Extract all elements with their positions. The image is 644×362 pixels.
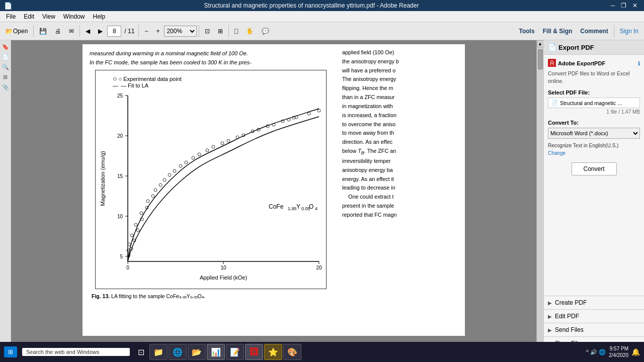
menu-edit[interactable]: Edit <box>20 12 38 21</box>
markup-button[interactable]: 💬 <box>258 24 273 38</box>
menu-window[interactable]: Window <box>59 12 89 21</box>
svg-point-48 <box>173 169 176 172</box>
tools-button[interactable]: Tools <box>516 24 538 38</box>
next-page-button[interactable]: ▶ <box>95 24 106 38</box>
accordion-send-files[interactable]: ▶ Send Files <box>544 323 644 336</box>
legend-item-2: — — Fit to LA <box>113 82 324 88</box>
svg-point-50 <box>154 189 157 192</box>
svg-text:10: 10 <box>117 214 123 219</box>
taskbar-explorer[interactable]: 📁 <box>149 344 168 360</box>
taskbar-files[interactable]: 📂 <box>188 344 206 360</box>
comment-button[interactable]: Comment <box>577 24 611 38</box>
svg-point-52 <box>140 212 143 215</box>
task-view-button[interactable]: ⊡ <box>135 345 147 359</box>
time-display: 9:57 PM <box>609 345 628 352</box>
adobe-pdf-icon: 🅰 <box>548 59 556 68</box>
svg-point-45 <box>212 145 215 148</box>
pdf-left-column: measured during warming in a nominal mag… <box>83 44 339 336</box>
data-points <box>127 109 320 257</box>
circle-icon: ○ <box>113 74 117 82</box>
taskbar-paint[interactable]: 🎨 <box>283 344 301 360</box>
search-bar[interactable]: Search the web and Windows <box>19 347 133 357</box>
notification-icon[interactable]: 🔔 <box>631 348 640 356</box>
page-number-input[interactable] <box>107 26 121 37</box>
app-icon: 📄 <box>4 2 12 10</box>
convert-to-select[interactable]: Microsoft Word (*.docx) Microsoft Excel … <box>548 128 640 139</box>
right-col-text: applied field (100 Oe) the anisotropy en… <box>342 48 459 220</box>
svg-point-30 <box>206 149 209 152</box>
toolbar-separator <box>33 25 34 37</box>
taskbar-word[interactable]: 📝 <box>226 344 244 360</box>
svg-point-46 <box>198 153 201 156</box>
left-sidebar: 🔖 📄 🔍 ⊞ 📎 <box>0 40 11 350</box>
svg-point-54 <box>130 234 133 237</box>
taskbar-chrome[interactable]: 🌐 <box>169 344 187 360</box>
pinned-apps: 📁 🌐 📂 📊 📝 🅰 ⭐ 🎨 <box>149 344 301 360</box>
pdf-page: measured during warming in a nominal mag… <box>83 44 465 336</box>
window-controls: ─ ❐ ✕ <box>608 2 640 10</box>
zoom-in-button[interactable]: + <box>152 24 163 38</box>
comment-label: Comment <box>580 28 608 35</box>
print-button[interactable]: 🖨 <box>51 24 64 38</box>
accordion-create-pdf[interactable]: ▶ Create PDF <box>544 296 644 309</box>
export-pdf-icon: 📄 <box>548 43 556 51</box>
accordion-edit-pdf[interactable]: ▶ Edit PDF <box>544 309 644 323</box>
taskbar-excel[interactable]: 📊 <box>207 344 225 360</box>
pdf-right-column: applied field (100 Oe) the anisotropy en… <box>339 44 462 336</box>
adobe-desc: Convert PDF files to Word or Excel onlin… <box>548 70 640 84</box>
sign-in-button[interactable]: Sign In <box>616 24 642 38</box>
open-button[interactable]: 📂 Tools Open <box>2 24 31 38</box>
prev-page-button[interactable]: ◀ <box>82 24 94 38</box>
menu-help[interactable]: Help <box>89 12 110 21</box>
search-text: Search the web and Windows <box>22 348 130 356</box>
fill-sign-button[interactable]: Fill & Sign <box>539 24 576 38</box>
info-icon[interactable]: ℹ <box>638 60 640 67</box>
save-button[interactable]: 💾 <box>36 24 50 38</box>
pdf-content-area: measured during warming in a nominal mag… <box>11 40 536 350</box>
fig-caption: Fig. 13. LA fitting to the sample CoFe₁.… <box>90 293 332 299</box>
sidebar-bookmark-icon[interactable]: 🔖 <box>1 42 10 51</box>
start-button[interactable]: ⊞ <box>4 346 17 357</box>
svg-point-49 <box>163 178 166 182</box>
change-link[interactable]: Change <box>548 150 566 156</box>
scroll-up-button[interactable]: ▲ <box>537 40 544 47</box>
email-button[interactable]: ✉ <box>65 24 77 38</box>
accordion-label-1: Create PDF <box>555 299 587 306</box>
sidebar-attachment-icon[interactable]: 📎 <box>1 82 10 92</box>
taskbar-active-app[interactable]: ⭐ <box>264 344 282 360</box>
select-tool-button[interactable]: ⎕ <box>231 24 242 38</box>
svg-point-28 <box>179 164 182 167</box>
zoom-out-button[interactable]: − <box>141 24 151 38</box>
minimize-button[interactable]: ─ <box>608 2 618 10</box>
svg-text:Magnetization (emu/g): Magnetization (emu/g) <box>100 151 106 206</box>
svg-point-37 <box>307 112 310 115</box>
svg-point-53 <box>134 223 137 226</box>
svg-point-22 <box>136 229 139 232</box>
legend-label-2: — Fit to LA <box>121 82 148 88</box>
convert-button[interactable]: Convert <box>572 162 617 175</box>
select-file-label: Select PDF File: <box>548 89 640 96</box>
pdf-file-icon: 📄 <box>551 100 558 106</box>
hand-tool-button[interactable]: ✋ <box>243 24 257 38</box>
scroll-thumb[interactable] <box>538 49 543 69</box>
windows-icon: ⊞ <box>8 348 13 355</box>
legend-label-1: ○ Experimental data point <box>119 76 182 82</box>
taskbar-acrobat[interactable]: 🅰 <box>245 344 263 360</box>
menu-view[interactable]: View <box>38 12 59 21</box>
fill-sign-label: Fill & Sign <box>543 28 573 35</box>
fit-page-button[interactable]: ⊡ <box>201 24 213 38</box>
fit-width-button[interactable]: ⊞ <box>214 24 226 38</box>
sidebar-search-icon[interactable]: 🔍 <box>1 62 10 71</box>
file-item: 📄 Structural and magnetic pro... <box>548 98 640 108</box>
line-icon: — <box>113 82 118 88</box>
close-button[interactable]: ✕ <box>630 2 640 10</box>
sidebar-layers-icon[interactable]: ⊞ <box>1 72 10 81</box>
convert-to-label: Convert To: <box>548 120 640 126</box>
sidebar-pages-icon[interactable]: 📄 <box>1 52 10 61</box>
restore-button[interactable]: ❐ <box>619 2 629 10</box>
menu-file[interactable]: File <box>2 12 20 21</box>
pdf-scrollbar: ▲ <box>536 40 543 350</box>
zoom-select[interactable]: 50% 75% 100% 125% 150% 200% 400% <box>164 26 197 37</box>
pdf-top-text: measured during warming in a nominal mag… <box>90 49 332 67</box>
svg-point-31 <box>221 142 224 145</box>
